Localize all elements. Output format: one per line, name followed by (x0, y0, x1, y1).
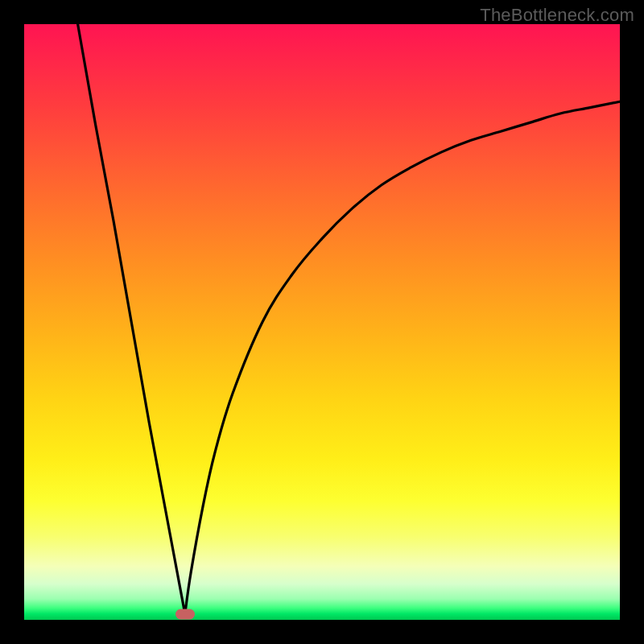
optimal-marker (175, 609, 195, 619)
plot-area (24, 24, 620, 620)
chart-frame: TheBottleneck.com (0, 0, 644, 644)
bottleneck-curve (24, 24, 620, 620)
attribution-text: TheBottleneck.com (480, 5, 634, 26)
